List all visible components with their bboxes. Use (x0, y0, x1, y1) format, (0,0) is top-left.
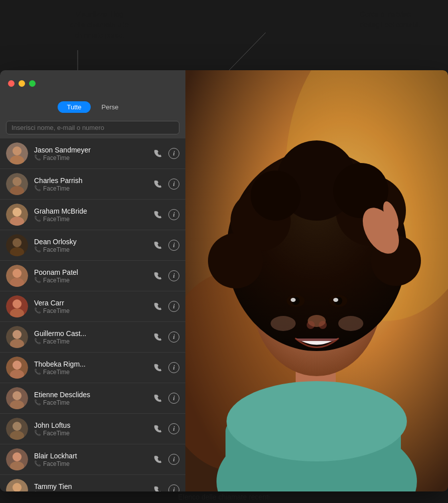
contact-item-blair[interactable]: Blair Lockhart 📞 FaceTime i (0, 444, 185, 475)
avatar-guillermo (6, 326, 28, 348)
contact-name-etienne: Etienne Desclides (34, 391, 152, 399)
facetime-label-etienne: FaceTime (43, 399, 70, 406)
call-button-blair[interactable] (152, 454, 163, 465)
contact-sub-etienne: 📞 FaceTime (34, 399, 152, 406)
info-button-john[interactable]: i (168, 423, 179, 434)
svg-point-56 (208, 233, 263, 288)
contact-item-charles[interactable]: Charles Parrish 📞 FaceTime i (0, 169, 185, 200)
contact-sub-dean: 📞 FaceTime (34, 246, 152, 253)
contact-info-dean: Dean Orlosky 📞 FaceTime (34, 238, 152, 253)
phone-icon-graham: 📞 (34, 216, 41, 222)
svg-point-17 (13, 238, 22, 247)
contact-item-john[interactable]: John Loftus 📞 FaceTime i (0, 414, 185, 444)
svg-point-11 (13, 177, 22, 186)
facetime-label-charles: FaceTime (43, 185, 70, 192)
contact-info-etienne: Etienne Desclides 📞 FaceTime (34, 391, 152, 406)
call-button-graham[interactable] (152, 209, 163, 220)
contact-sub-poonam: 📞 FaceTime (34, 277, 152, 284)
search-input[interactable] (6, 121, 179, 134)
person-photo (185, 70, 448, 491)
info-button-etienne[interactable]: i (168, 393, 179, 404)
contact-name-thobeka: Thobeka Rigm... (34, 360, 152, 368)
phone-icon-blair: 📞 (34, 460, 41, 467)
tab-missed[interactable]: Perse (93, 101, 128, 113)
info-button-guillermo[interactable]: i (168, 331, 179, 343)
svg-point-72 (338, 316, 363, 331)
call-button-thobeka[interactable] (152, 362, 163, 373)
contact-item-graham[interactable]: Graham McBride 📞 FaceTime i (0, 200, 185, 230)
contact-item-jason[interactable]: Jason Sandmeyer 📞 FaceTime i (0, 138, 185, 169)
avatar-vera (6, 295, 28, 317)
contact-name-vera: Vera Carr (34, 299, 152, 307)
contact-item-tammy[interactable]: Tammy Tien 📞 FaceTime i (0, 475, 185, 491)
contact-actions-charles: i (152, 179, 179, 190)
contact-actions-vera: i (152, 301, 179, 312)
svg-point-71 (271, 316, 296, 331)
call-button-etienne[interactable] (152, 393, 163, 404)
facetime-label-john: FaceTime (43, 430, 70, 437)
contact-info-john: John Loftus 📞 FaceTime (34, 421, 152, 437)
contact-actions-jason: i (152, 148, 179, 159)
svg-point-29 (13, 361, 22, 370)
call-button-poonam[interactable] (152, 270, 163, 281)
call-button-guillermo[interactable] (152, 331, 163, 343)
svg-point-20 (13, 269, 22, 278)
svg-point-26 (13, 330, 22, 339)
svg-point-50 (227, 381, 407, 461)
contact-info-thobeka: Thobeka Rigm... 📞 FaceTime (34, 360, 152, 376)
call-button-jason[interactable] (152, 148, 163, 159)
info-button-graham[interactable]: i (168, 209, 179, 220)
info-button-poonam[interactable]: i (168, 270, 179, 281)
avatar-thobeka (6, 357, 28, 379)
contact-item-guillermo[interactable]: Guillermo Cast... 📞 FaceTime i (0, 322, 185, 353)
contact-sub-charles: 📞 FaceTime (34, 185, 152, 192)
contact-item-dean[interactable]: Dean Orlosky 📞 FaceTime i (0, 230, 185, 261)
contact-item-vera[interactable]: Vera Carr 📞 FaceTime i (0, 291, 185, 322)
info-button-blair[interactable]: i (168, 454, 179, 465)
phone-icon-thobeka: 📞 (34, 369, 41, 375)
svg-point-32 (13, 391, 22, 400)
call-button-charles[interactable] (152, 179, 163, 190)
close-button[interactable] (8, 80, 15, 87)
minimize-button[interactable] (19, 80, 25, 87)
avatar-poonam (6, 265, 28, 287)
phone-icon-poonam: 📞 (34, 277, 41, 283)
traffic-lights (8, 80, 36, 87)
contact-actions-tammy: i (152, 484, 179, 491)
contact-item-etienne[interactable]: Etienne Desclides 📞 FaceTime i (0, 383, 185, 414)
contact-item-thobeka[interactable]: Thobeka Rigm... 📞 FaceTime i (0, 353, 185, 383)
svg-point-38 (13, 452, 22, 461)
contact-name-graham: Graham McBride (34, 207, 152, 215)
titlebar (0, 70, 185, 96)
avatar-charles (6, 173, 28, 195)
search-area (0, 117, 185, 138)
info-button-jason[interactable]: i (168, 148, 179, 159)
maximize-button[interactable] (29, 80, 36, 87)
info-button-thobeka[interactable]: i (168, 362, 179, 373)
contact-actions-john: i (152, 423, 179, 434)
contact-item-poonam[interactable]: Poonam Patel 📞 FaceTime i (0, 261, 185, 291)
phone-icon-etienne: 📞 (34, 399, 41, 406)
call-button-tammy[interactable] (152, 484, 163, 491)
contact-actions-blair: i (152, 454, 179, 465)
right-callout: Cerca o inserisci i dettagli dei contatt… (360, 9, 420, 30)
contact-actions-etienne: i (152, 393, 179, 404)
phone-icon-guillermo: 📞 (34, 338, 41, 345)
svg-point-14 (13, 208, 22, 217)
contact-name-dean: Dean Orlosky (34, 238, 152, 246)
contact-list: Jason Sandmeyer 📞 FaceTime i Charles Par… (0, 138, 185, 491)
contact-info-blair: Blair Lockhart 📞 FaceTime (34, 452, 152, 467)
main-content (185, 70, 448, 491)
info-button-dean[interactable]: i (168, 240, 179, 251)
call-button-vera[interactable] (152, 301, 163, 312)
info-button-vera[interactable]: i (168, 301, 179, 312)
contact-actions-guillermo: i (152, 331, 179, 343)
info-button-charles[interactable]: i (168, 179, 179, 190)
contact-actions-dean: i (152, 240, 179, 251)
tab-all[interactable]: Tutte (58, 101, 90, 113)
facetime-label-guillermo: FaceTime (43, 338, 70, 345)
call-button-john[interactable] (152, 423, 163, 434)
contact-info-graham: Graham McBride 📞 FaceTime (34, 207, 152, 223)
info-button-tammy[interactable]: i (168, 484, 179, 491)
call-button-dean[interactable] (152, 240, 163, 251)
